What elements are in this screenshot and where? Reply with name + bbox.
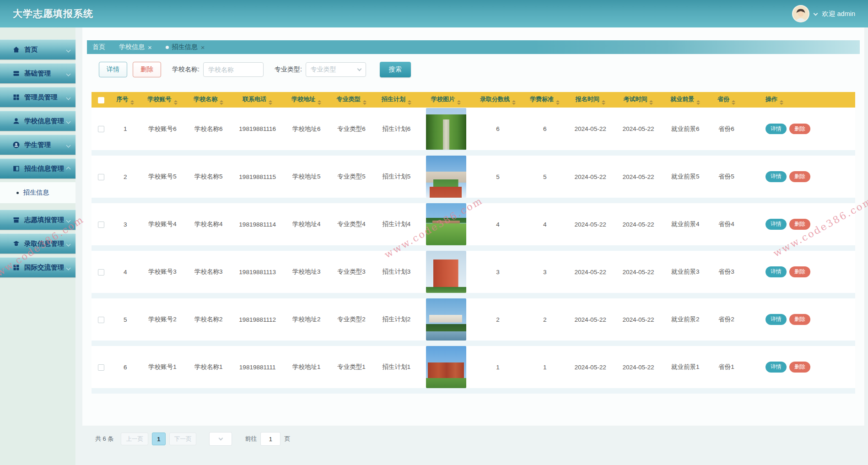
col-header-major[interactable]: 专业类型 <box>329 92 373 108</box>
row-checkbox[interactable] <box>98 364 104 371</box>
sort-carets-icon[interactable] <box>512 100 516 105</box>
close-icon[interactable]: × <box>148 44 152 51</box>
sidebar-item-school-info-mgmt[interactable]: 学校信息管理 <box>0 111 75 131</box>
page-unit-label: 页 <box>284 435 290 443</box>
col-header-account[interactable]: 学校账号 <box>140 92 186 108</box>
col-header-exam[interactable]: 考试时间 <box>615 92 663 108</box>
row-delete-button[interactable]: 删除 <box>789 171 810 182</box>
school-photo <box>426 108 466 150</box>
col-header-phone[interactable]: 联系电话 <box>232 92 283 108</box>
row-detail-button[interactable]: 详情 <box>766 219 787 230</box>
row-delete-button[interactable]: 删除 <box>789 362 810 373</box>
row-detail-button[interactable]: 详情 <box>766 314 787 325</box>
sort-carets-icon[interactable] <box>556 100 560 105</box>
col-header-name[interactable]: 学校名称 <box>185 92 232 108</box>
row-checkbox[interactable] <box>98 269 104 276</box>
select-all-checkbox[interactable] <box>98 97 104 103</box>
school-photo <box>426 156 466 198</box>
row-delete-button[interactable]: 删除 <box>789 219 810 230</box>
graduation-cap-icon <box>13 240 20 247</box>
sidebar-subitem-label: 招生信息 <box>23 189 49 197</box>
user-avatar[interactable] <box>792 5 809 22</box>
sidebar-item-label: 学生管理 <box>24 141 51 149</box>
row-checkbox[interactable] <box>98 126 104 132</box>
grid-icon <box>13 94 20 101</box>
col-header-prospect[interactable]: 就业前景 <box>662 92 708 108</box>
goto-page-input[interactable] <box>260 432 280 446</box>
sidebar-subitem-admission-info[interactable]: 招生信息 <box>0 182 75 203</box>
current-page-button[interactable]: 1 <box>152 433 166 445</box>
row-detail-button[interactable]: 详情 <box>766 266 787 277</box>
sidebar-item-admission-info-mgmt[interactable]: 招生信息管理 <box>0 158 75 178</box>
school-photo <box>426 251 466 293</box>
row-detail-button[interactable]: 详情 <box>766 124 787 135</box>
sort-carets-icon[interactable] <box>602 100 605 105</box>
table-row: 4 学校账号3 学校名称3 19819881113 学校地址3 专业类型3 招生… <box>92 248 855 296</box>
sort-carets-icon[interactable] <box>649 100 653 105</box>
table-row: 6 学校账号1 学校名称1 19819881111 学校地址1 专业类型1 招生… <box>92 343 855 391</box>
sidebar-item-home[interactable]: 首页 <box>0 39 75 59</box>
col-header-province[interactable]: 省份 <box>708 92 744 108</box>
tab-school-info[interactable]: 学校信息 × <box>119 43 152 51</box>
row-checkbox[interactable] <box>98 174 104 180</box>
school-name-input[interactable] <box>203 62 264 77</box>
sidebar-item-intl-exchange-mgmt[interactable]: 国际交流管理 <box>0 257 75 277</box>
row-checkbox[interactable] <box>98 222 104 228</box>
delete-button[interactable]: 删除 <box>133 62 161 77</box>
tab-admission-info[interactable]: 招生信息 × <box>166 43 205 51</box>
row-detail-button[interactable]: 详情 <box>766 362 787 373</box>
sort-carets-icon[interactable] <box>318 100 321 105</box>
table-row: 5 学校账号2 学校名称2 19819881112 学校地址2 专业类型2 招生… <box>92 296 855 343</box>
row-detail-button[interactable]: 详情 <box>766 171 787 182</box>
sort-carets-icon[interactable] <box>696 100 700 105</box>
tab-home[interactable]: 首页 <box>92 43 105 51</box>
search-button[interactable]: 搜索 <box>380 62 411 77</box>
sort-carets-icon[interactable] <box>130 100 134 105</box>
close-icon[interactable]: × <box>201 44 205 51</box>
page-size-select[interactable] <box>209 432 232 446</box>
col-header-operation[interactable]: 操作 <box>744 92 855 108</box>
prev-page-button[interactable]: 上一页 <box>121 433 148 445</box>
book-icon <box>13 165 20 172</box>
sort-carets-icon[interactable] <box>408 100 411 105</box>
detail-button[interactable]: 详情 <box>99 62 127 77</box>
col-header-fee[interactable]: 学费标准 <box>523 92 566 108</box>
sort-carets-icon[interactable] <box>780 100 783 105</box>
sidebar-item-basic-mgmt[interactable]: 基础管理 <box>0 63 75 83</box>
sort-carets-icon[interactable] <box>732 100 735 105</box>
row-delete-button[interactable]: 删除 <box>789 266 810 277</box>
table-header-row: 序号 学校账号 学校名称 联系电话 学校地址 专业类型 招生计划 学校图片 录取… <box>92 92 855 108</box>
chevron-down-icon <box>67 240 70 247</box>
app-title: 大学志愿填报系统 <box>13 7 93 20</box>
col-header-score[interactable]: 录取分数线 <box>472 92 523 108</box>
select-placeholder: 专业类型 <box>311 65 336 74</box>
sidebar-item-label: 基础管理 <box>24 69 51 78</box>
row-checkbox[interactable] <box>98 317 104 323</box>
col-header-address[interactable]: 学校地址 <box>283 92 329 108</box>
sort-carets-icon[interactable] <box>220 100 223 105</box>
col-header-plan[interactable]: 招生计划 <box>373 92 420 108</box>
database-icon <box>13 70 20 77</box>
sidebar-item-volunteer-mgmt[interactable]: 志愿填报管理 <box>0 210 75 230</box>
sort-carets-icon[interactable] <box>363 100 367 105</box>
pagination: 共 6 条 上一页 1 下一页 前往 页 <box>95 432 864 446</box>
row-delete-button[interactable]: 删除 <box>789 314 810 325</box>
col-header-seq[interactable]: 序号 <box>111 92 140 108</box>
user-area[interactable]: 欢迎 admin <box>792 5 855 22</box>
total-count: 共 6 条 <box>95 435 113 443</box>
sort-carets-icon[interactable] <box>174 100 178 105</box>
sidebar-item-admin-mgmt[interactable]: 管理员管理 <box>0 87 75 107</box>
sort-carets-icon[interactable] <box>269 100 272 105</box>
next-page-button[interactable]: 下一页 <box>169 433 197 445</box>
col-header-photo[interactable]: 学校图片 <box>420 92 473 108</box>
tab-label: 学校信息 <box>119 43 145 51</box>
chevron-down-icon[interactable] <box>814 9 817 17</box>
major-type-select[interactable]: 专业类型 <box>306 62 366 77</box>
sort-carets-icon[interactable] <box>457 100 461 105</box>
student-icon <box>13 141 20 148</box>
col-header-signup[interactable]: 报名时间 <box>566 92 615 108</box>
sidebar-item-enrollment-mgmt[interactable]: 录取信息管理 <box>0 233 75 254</box>
sidebar-item-student-mgmt[interactable]: 学生管理 <box>0 135 75 155</box>
building-icon <box>13 216 20 223</box>
row-delete-button[interactable]: 删除 <box>789 124 810 135</box>
